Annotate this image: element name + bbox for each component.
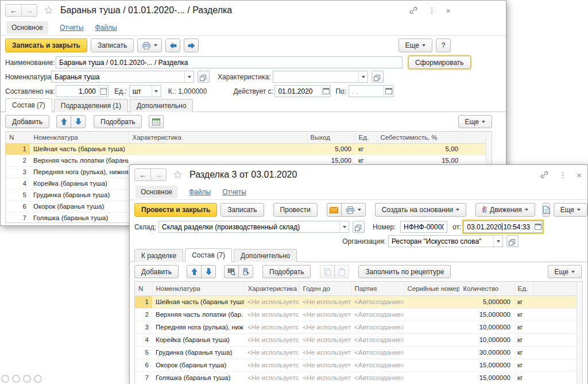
nav-main-tab[interactable]: Основное xyxy=(6,21,48,34)
unit-input[interactable]: шт xyxy=(129,85,161,97)
table-row[interactable]: 7 Голяшка (баранья туша) <Не используетс… xyxy=(135,371,582,384)
data-terminal-button[interactable] xyxy=(238,265,253,278)
printer-icon xyxy=(346,206,355,214)
favorite-star-icon[interactable] xyxy=(173,170,183,179)
forward-icon[interactable]: → xyxy=(21,5,37,16)
move-down-button[interactable] xyxy=(71,115,86,128)
date-label: от: xyxy=(452,223,461,231)
number-input[interactable]: НФНФ-000003 xyxy=(400,221,447,233)
table-row[interactable]: 5 Грудинка (баранья туша) <Не использует… xyxy=(135,346,582,359)
table-header-row[interactable]: N Номенклатура Характеристика Выход Ед. … xyxy=(6,132,492,143)
nav-main-tab[interactable]: Основное xyxy=(136,186,177,198)
get-link-icon[interactable] xyxy=(409,6,418,15)
next-arrow-button[interactable] xyxy=(184,39,199,52)
tab-k-razdelke[interactable]: К разделке xyxy=(134,249,183,262)
copy-rows-button[interactable] xyxy=(320,265,335,278)
nav-link-reports[interactable]: Отчеты xyxy=(60,24,83,32)
close-icon[interactable]: × xyxy=(577,171,582,179)
open-button[interactable] xyxy=(372,71,384,83)
kebab-menu-icon[interactable]: ⋮ xyxy=(428,6,436,14)
close-icon[interactable]: × xyxy=(446,6,451,15)
print-button[interactable] xyxy=(137,39,162,52)
nomenclature-input[interactable]: Баранья туша xyxy=(51,71,194,83)
more-button[interactable]: Еще xyxy=(554,203,587,217)
send-email-button[interactable] xyxy=(327,203,342,217)
table-more-button[interactable]: Еще xyxy=(548,265,582,278)
composed-input[interactable]: 1,000 xyxy=(56,85,109,97)
name-input[interactable]: Баранья туша / 01.01.2020-... / Разделка xyxy=(56,56,403,68)
table-row[interactable]: 6 Окорок (баранья туша) <Не используется… xyxy=(135,359,582,371)
back-icon[interactable]: ← xyxy=(135,169,150,181)
document-report-button[interactable] xyxy=(542,203,550,217)
calendar-button[interactable] xyxy=(321,86,330,97)
nav-link-files[interactable]: Файлы xyxy=(189,188,211,196)
nav-link-files[interactable]: Файлы xyxy=(95,24,117,32)
calculator-button[interactable] xyxy=(99,86,108,97)
move-up-button[interactable] xyxy=(187,265,202,278)
tab-sostav[interactable]: Состав (7) xyxy=(5,98,52,112)
save-and-close-button[interactable]: Записать и закрыть xyxy=(5,39,87,52)
tab-dopolnitelno[interactable]: Дополнительно xyxy=(130,99,193,112)
valid-to-input[interactable]: . . xyxy=(349,85,393,97)
table-row[interactable]: 4 Корейка (баранья туша) <Не используетс… xyxy=(135,333,582,346)
add-row-button[interactable]: Добавить xyxy=(134,265,179,278)
fill-table-button[interactable] xyxy=(149,115,164,128)
nav-link-reports[interactable]: Отчеты xyxy=(222,188,246,196)
pick-button[interactable]: Подобрать xyxy=(262,265,311,278)
get-link-icon[interactable] xyxy=(540,170,549,179)
back-icon[interactable]: ← xyxy=(6,5,21,16)
save-button[interactable]: Записать xyxy=(220,203,264,217)
print-button[interactable] xyxy=(341,203,366,217)
taskbar-button[interactable] xyxy=(12,375,20,383)
dropdown-button[interactable] xyxy=(358,71,368,82)
dropdown-button[interactable] xyxy=(493,236,502,247)
create-based-on-button[interactable]: Создать на основании xyxy=(375,203,467,217)
calendar-button[interactable] xyxy=(533,221,542,232)
favorite-star-icon[interactable] xyxy=(44,6,53,15)
taskbar-button[interactable] xyxy=(1,375,9,383)
table-row[interactable]: 1 Шейная часть (баранья туша) 5,000 кг 5… xyxy=(6,143,492,155)
table-scrollbar[interactable] xyxy=(577,282,582,384)
dropdown-button[interactable] xyxy=(339,221,349,232)
post-button[interactable]: Провести xyxy=(273,203,318,217)
taskbar-button[interactable] xyxy=(34,375,42,383)
open-button[interactable] xyxy=(506,235,519,247)
move-down-button[interactable] xyxy=(201,265,216,278)
prev-arrow-button[interactable] xyxy=(165,39,180,52)
table-header-row[interactable]: N Номенклатура Характеристика Годен до П… xyxy=(135,282,582,295)
table-row[interactable]: 2 Верхняя часть лопатки (бар… <Не исполь… xyxy=(135,308,582,321)
taskbar-button[interactable] xyxy=(23,375,31,383)
dropdown-button[interactable] xyxy=(184,71,194,82)
fill-by-recipe-button[interactable]: Заполнить по рецептуре xyxy=(358,265,451,278)
add-row-button[interactable]: Добавить xyxy=(5,115,49,128)
warehouse-input[interactable]: Склад разделки (производственный склад) xyxy=(158,221,349,233)
pick-button[interactable]: Подобрать xyxy=(94,115,142,128)
barcode-scan-button[interactable] xyxy=(224,265,239,278)
open-button[interactable] xyxy=(353,221,365,233)
tab-podrazdeleniya[interactable]: Подразделения (1) xyxy=(54,99,128,112)
help-button[interactable]: ? xyxy=(436,39,451,52)
dropdown-button[interactable] xyxy=(152,86,161,97)
more-button[interactable]: Еще xyxy=(399,39,432,52)
calendar-button[interactable] xyxy=(384,86,393,97)
forward-icon[interactable]: → xyxy=(150,169,166,181)
organization-input[interactable]: Ресторан "Искусство слова" xyxy=(388,235,503,247)
blue-right-arrow-icon xyxy=(188,43,195,49)
save-button[interactable]: Записать xyxy=(91,39,134,52)
valid-from-input[interactable]: 01.01.2020 xyxy=(274,85,331,97)
kebab-menu-icon[interactable]: ⋮ xyxy=(559,171,567,179)
move-up-button[interactable] xyxy=(56,115,71,128)
table-more-button[interactable]: Еще xyxy=(458,115,492,128)
characteristic-input[interactable] xyxy=(273,71,368,83)
window-title: Баранья туша / 01.01.2020-... / Разделка xyxy=(60,5,232,16)
date-input[interactable]: 03.01.202010:54:33 xyxy=(463,221,543,233)
table-row[interactable]: 1 Шейная часть (баранья туша) <Не исполь… xyxy=(135,295,582,308)
post-and-close-button[interactable]: Провести и закрыть xyxy=(134,203,217,217)
open-button[interactable] xyxy=(198,71,210,83)
tab-sostav[interactable]: Состав (7) xyxy=(185,248,232,262)
generate-button[interactable]: Сформировать xyxy=(408,56,471,69)
movements-button[interactable]: ДтКт Движения xyxy=(475,203,535,217)
table-row[interactable]: 3 Передняя нога (рулька), ниж… <Не испол… xyxy=(135,321,582,333)
paste-rows-button[interactable] xyxy=(334,265,349,278)
tab-dopolnitelno[interactable]: Дополнительно xyxy=(234,249,297,262)
